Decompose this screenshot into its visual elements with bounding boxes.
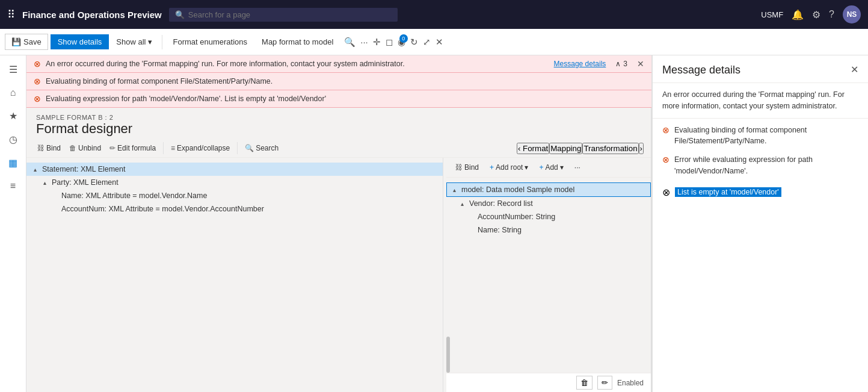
mt-item-vendor-label: Vendor: Record list [469,199,533,208]
delete-button[interactable]: 🗑 [576,376,593,390]
search-format-button[interactable]: 🔍 Search [241,142,282,155]
more-icon[interactable]: ··· [360,37,368,47]
map-format-button[interactable]: Map format to model [256,34,339,49]
designer-area: SAMPLE FORMAT B : 2 Format designer ⛓ Bi… [26,108,651,392]
error-banners: ⊗ An error occurred during the 'Format m… [26,55,651,108]
crosshair-icon[interactable]: ✛ [373,37,381,48]
expand-collapse-button[interactable]: ≡ Expand/collapse [167,142,233,155]
mdp-title: Message details [662,64,851,76]
mapping-tree: ▴ model: Data model Sample model ▴ Vendo… [446,178,651,313]
save-icon: 💾 [11,37,21,46]
add-chevron [560,163,564,172]
bind-button[interactable]: ⛓ Bind [34,142,64,155]
help-icon[interactable]: ? [829,9,834,20]
scrollbar-thumb[interactable] [446,337,450,373]
add-root-button[interactable]: + Add root [487,161,531,173]
mt-item-namestring[interactable]: Name: String [446,223,651,237]
separator-2 [163,142,164,154]
mdp-err-icon-1: ⊗ [662,125,669,135]
tree-arrow-statement: ▴ [34,166,42,173]
tree-item-name[interactable]: Name: XML Attribute = model.Vendor.Name [26,189,443,202]
bind-mapping-icon: ⛓ [455,163,463,172]
message-details-link[interactable]: Message details [554,60,606,68]
badge-count: 0 [399,34,408,43]
close-errors-button[interactable]: ✕ [637,59,644,69]
show-details-button[interactable]: Show details [51,34,109,49]
show-all-button[interactable]: Show all [111,34,156,49]
bind-mapping-button[interactable]: ⛓ Bind [452,161,482,173]
tab-mapping[interactable]: Mapping [549,143,582,154]
search-icon: 🔍 [175,10,185,19]
mdp-description: An error occurred during the 'Format map… [653,83,868,119]
tree-item-party[interactable]: ▴ Party: XML Element [26,176,443,189]
mt-item-namestring-label: Name: String [478,226,522,234]
tab-nav-right[interactable] [639,143,644,154]
separator-1 [162,35,162,49]
format-enumerations-button[interactable]: Format enumerations [167,34,254,49]
error-row-3: ⊗ Evaluating expression for path 'model/… [26,90,651,107]
sidebar-hamburger[interactable]: ☰ [5,60,21,79]
error-text-1: An error occurred during the 'Format map… [46,60,405,68]
add-root-label: Add root [496,163,523,172]
error-count: ∧ 3 [615,60,627,68]
close-toolbar-icon[interactable]: ✕ [436,37,443,48]
tab-transformation[interactable]: Transformation [582,143,638,154]
edit-formula-button[interactable]: ✏ Edit formula [106,142,159,155]
format-tree: ▴ Statement: XML Element ▴ Party: XML El… [26,158,443,392]
tab-format[interactable]: Format [517,143,549,154]
panel-main-title: Format designer [36,121,641,137]
unbind-icon: 🗑 [69,144,76,152]
mdp-close-button[interactable]: ✕ [851,64,858,75]
mt-item-model[interactable]: ▴ model: Data model Sample model [446,182,651,197]
sidebar-home[interactable]: ⌂ [7,84,20,102]
add-button[interactable]: + Add [536,161,566,173]
more-mapping-button[interactable]: ··· [571,161,583,173]
tree-columns: ▴ Statement: XML Element ▴ Party: XML El… [26,158,651,392]
sidebar-modules[interactable]: ≡ [7,177,19,195]
mdp-errors: ⊗ Evaluating binding of format component… [653,119,868,207]
avatar[interactable]: NS [843,5,861,23]
sidebar-workspaces[interactable]: ▦ [5,154,21,172]
caret-up: ∧ [615,60,621,68]
separator-3 [237,142,238,154]
main-layout: ☰ ⌂ ★ ◷ ▦ ≡ ⊗ An error occurred during t… [0,55,868,392]
badge-button[interactable]: ◉ 0 [398,37,405,48]
panel-subtitle: SAMPLE FORMAT B : 2 [36,114,641,121]
tree-item-statement[interactable]: ▴ Statement: XML Element [26,163,443,176]
search-input[interactable] [188,10,392,19]
scrollbar-track[interactable] [446,313,450,373]
format-panel-toolbar: ⛓ Bind 🗑 Unbind ✏ Edit formula ≡ Expan [26,139,651,158]
left-sidebar: ☰ ⌂ ★ ◷ ▦ ≡ [0,55,26,392]
bookmark-icon[interactable]: ◻ [386,37,393,48]
search-toolbar-icon[interactable]: 🔍 [344,37,356,48]
settings-icon[interactable]: ⚙ [812,9,820,20]
open-window-icon[interactable]: ⤢ [423,37,431,48]
tree-item-accountnum-label: AccountNum: XML Attribute = model.Vendor… [61,205,264,213]
unbind-button[interactable]: 🗑 Unbind [66,142,105,155]
tab-transformation-label: Transformation [583,144,637,153]
tree-item-accountnum[interactable]: AccountNum: XML Attribute = model.Vendor… [26,202,443,216]
content-area: ⊗ An error occurred during the 'Format m… [26,55,651,392]
refresh-icon[interactable]: ↻ [410,37,418,48]
grid-icon[interactable]: ⠿ [7,8,15,21]
mt-item-accountnumber[interactable]: AccountNumber: String [446,210,651,223]
top-nav-right: USMF 🔔 ⚙ ? NS [761,5,861,23]
expand-icon: ≡ [171,144,175,152]
edit-formula-label: Edit formula [117,144,156,152]
enabled-label: Enabled [617,379,644,387]
show-all-chevron [148,37,152,46]
usmf-label: USMF [761,10,783,19]
bind-label: Bind [46,144,61,152]
tab-nav-right-icon [640,144,642,153]
error-icon-3: ⊗ [34,94,41,104]
error-icon-1: ⊗ [34,59,41,69]
sidebar-recent[interactable]: ◷ [5,130,21,149]
mdp-error-3: ⊗ List is empty at 'model/Vendor' [662,184,858,201]
save-button[interactable]: 💾 Save [5,34,48,50]
edit-icon: ✏ [109,144,115,152]
edit-status-button[interactable]: ✏ [597,376,612,390]
mapping-tabs: Format Mapping Transformation [517,143,644,154]
sidebar-favorites[interactable]: ★ [5,107,21,125]
notification-icon[interactable]: 🔔 [792,9,804,20]
mt-item-vendor[interactable]: ▴ Vendor: Record list [446,197,651,210]
